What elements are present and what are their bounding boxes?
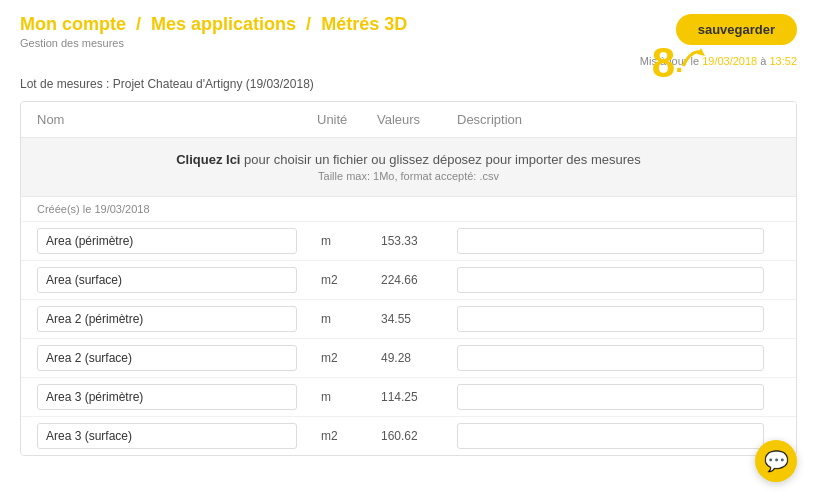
row-6-name-input[interactable] [37,423,297,449]
breadcrumb-metres3d: Métrés 3D [321,14,407,34]
badge-arrow-icon [679,46,707,70]
row-6-desc-input[interactable] [457,423,764,449]
row-6-unit: m2 [317,429,377,443]
header-right: sauvegarder 8 . Mis à jour le 19/03/2018… [640,14,797,67]
col-nom: Nom [37,112,317,127]
table-row: m 34.55 [21,300,796,339]
row-5-name-input[interactable] [37,384,297,410]
breadcrumb-sep2: / [306,14,311,34]
row-5-value: 114.25 [377,390,457,404]
table-row: m2 224.66 [21,261,796,300]
update-date[interactable]: 19/03/2018 [702,55,757,67]
table-row: m 153.33 [21,222,796,261]
row-3-value: 34.55 [377,312,457,326]
update-time: 13:52 [769,55,797,67]
table-row: m 114.25 [21,378,796,417]
save-button[interactable]: sauvegarder [676,14,797,45]
col-valeurs: Valeurs [377,112,457,127]
col-description: Description [457,112,780,127]
breadcrumb-title: Mon compte / Mes applications / Métrés 3… [20,14,407,35]
table-header: Nom Unité Valeurs Description [21,102,796,138]
row-5-desc-input[interactable] [457,384,764,410]
breadcrumb-mon-compte: Mon compte [20,14,126,34]
row-2-value: 224.66 [377,273,457,287]
row-5-unit: m [317,390,377,404]
chat-icon: 💬 [764,449,789,473]
import-rest-text: pour choisir un fichier ou glissez dépos… [240,152,640,167]
breadcrumb-subtitle: Gestion des mesures [20,37,407,49]
breadcrumb-mes-applications: Mes applications [151,14,296,34]
row-4-unit: m2 [317,351,377,365]
breadcrumb-sep1: / [136,14,141,34]
row-4-name-input[interactable] [37,345,297,371]
row-1-value: 153.33 [377,234,457,248]
row-2-name-input[interactable] [37,267,297,293]
import-zone[interactable]: Cliquez Ici pour choisir un fichier ou g… [21,138,796,197]
col-unite: Unité [317,112,377,127]
page-header: Mon compte / Mes applications / Métrés 3… [0,0,817,71]
table-row: m2 160.62 [21,417,796,455]
row-4-value: 49.28 [377,351,457,365]
row-1-name-input[interactable] [37,228,297,254]
row-3-unit: m [317,312,377,326]
row-1-desc-input[interactable] [457,228,764,254]
row-2-unit: m2 [317,273,377,287]
row-3-name-input[interactable] [37,306,297,332]
row-3-desc-input[interactable] [457,306,764,332]
lot-label: Lot de mesures : Projet Chateau d'Artign… [20,77,314,91]
row-6-value: 160.62 [377,429,457,443]
row-2-desc-input[interactable] [457,267,764,293]
row-1-unit: m [317,234,377,248]
breadcrumb: Mon compte / Mes applications / Métrés 3… [20,14,407,49]
import-click-text: Cliquez Ici [176,152,240,167]
row-4-desc-input[interactable] [457,345,764,371]
table-row: m2 49.28 [21,339,796,378]
badge-area: 8 . [652,42,707,84]
created-label: Créée(s) le 19/03/2018 [21,197,796,222]
chat-bubble[interactable]: 💬 [755,440,797,482]
measures-table: Nom Unité Valeurs Description Cliquez Ic… [20,101,797,456]
import-zone-sub: Taille max: 1Mo, format accepté: .csv [41,170,776,182]
import-zone-text: Cliquez Ici pour choisir un fichier ou g… [41,152,776,167]
badge-number: 8 [652,42,675,84]
